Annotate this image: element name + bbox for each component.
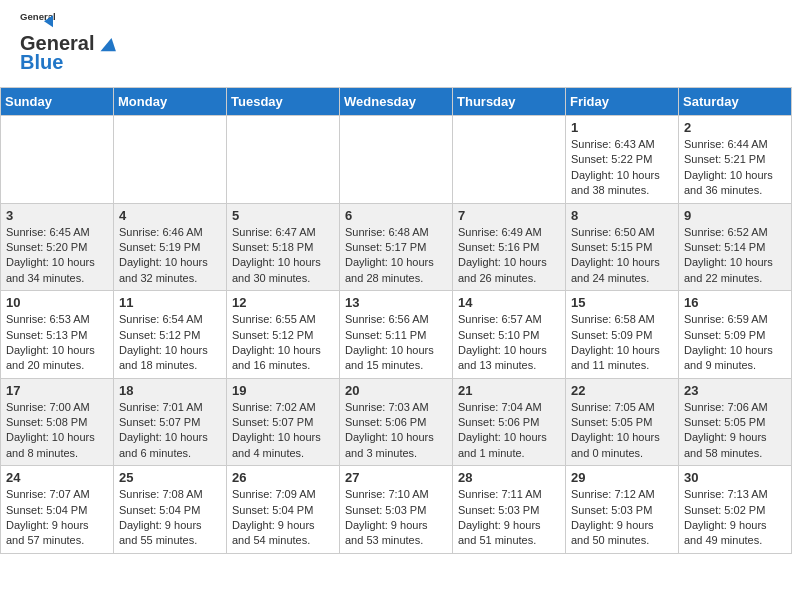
calendar-cell: 11Sunrise: 6:54 AM Sunset: 5:12 PM Dayli…: [114, 291, 227, 379]
day-number: 25: [119, 470, 221, 485]
calendar-cell: [227, 116, 340, 204]
calendar-cell: 17Sunrise: 7:00 AM Sunset: 5:08 PM Dayli…: [1, 378, 114, 466]
day-info: Sunrise: 7:13 AM Sunset: 5:02 PM Dayligh…: [684, 487, 786, 549]
day-info: Sunrise: 6:44 AM Sunset: 5:21 PM Dayligh…: [684, 137, 786, 199]
day-info: Sunrise: 6:48 AM Sunset: 5:17 PM Dayligh…: [345, 225, 447, 287]
day-number: 5: [232, 208, 334, 223]
calendar-cell: 2Sunrise: 6:44 AM Sunset: 5:21 PM Daylig…: [679, 116, 792, 204]
calendar-cell: 9Sunrise: 6:52 AM Sunset: 5:14 PM Daylig…: [679, 203, 792, 291]
day-number: 4: [119, 208, 221, 223]
day-number: 10: [6, 295, 108, 310]
day-info: Sunrise: 6:47 AM Sunset: 5:18 PM Dayligh…: [232, 225, 334, 287]
calendar-cell: 1Sunrise: 6:43 AM Sunset: 5:22 PM Daylig…: [566, 116, 679, 204]
day-info: Sunrise: 7:12 AM Sunset: 5:03 PM Dayligh…: [571, 487, 673, 549]
day-number: 3: [6, 208, 108, 223]
calendar-cell: 3Sunrise: 6:45 AM Sunset: 5:20 PM Daylig…: [1, 203, 114, 291]
day-number: 11: [119, 295, 221, 310]
day-number: 17: [6, 383, 108, 398]
day-number: 2: [684, 120, 786, 135]
day-info: Sunrise: 7:11 AM Sunset: 5:03 PM Dayligh…: [458, 487, 560, 549]
day-info: Sunrise: 7:03 AM Sunset: 5:06 PM Dayligh…: [345, 400, 447, 462]
calendar-cell: 22Sunrise: 7:05 AM Sunset: 5:05 PM Dayli…: [566, 378, 679, 466]
day-info: Sunrise: 7:02 AM Sunset: 5:07 PM Dayligh…: [232, 400, 334, 462]
calendar-cell: 20Sunrise: 7:03 AM Sunset: 5:06 PM Dayli…: [340, 378, 453, 466]
calendar-cell: 19Sunrise: 7:02 AM Sunset: 5:07 PM Dayli…: [227, 378, 340, 466]
calendar-cell: 12Sunrise: 6:55 AM Sunset: 5:12 PM Dayli…: [227, 291, 340, 379]
day-number: 6: [345, 208, 447, 223]
calendar-cell: 21Sunrise: 7:04 AM Sunset: 5:06 PM Dayli…: [453, 378, 566, 466]
day-number: 9: [684, 208, 786, 223]
calendar-cell: [114, 116, 227, 204]
day-info: Sunrise: 6:49 AM Sunset: 5:16 PM Dayligh…: [458, 225, 560, 287]
day-info: Sunrise: 6:55 AM Sunset: 5:12 PM Dayligh…: [232, 312, 334, 374]
day-number: 13: [345, 295, 447, 310]
calendar-cell: 15Sunrise: 6:58 AM Sunset: 5:09 PM Dayli…: [566, 291, 679, 379]
day-number: 22: [571, 383, 673, 398]
day-number: 14: [458, 295, 560, 310]
day-number: 19: [232, 383, 334, 398]
day-info: Sunrise: 6:43 AM Sunset: 5:22 PM Dayligh…: [571, 137, 673, 199]
day-info: Sunrise: 6:59 AM Sunset: 5:09 PM Dayligh…: [684, 312, 786, 374]
day-number: 20: [345, 383, 447, 398]
calendar-cell: 27Sunrise: 7:10 AM Sunset: 5:03 PM Dayli…: [340, 466, 453, 554]
logo: General General Blue: [20, 10, 118, 74]
calendar-cell: 4Sunrise: 6:46 AM Sunset: 5:19 PM Daylig…: [114, 203, 227, 291]
calendar-cell: 23Sunrise: 7:06 AM Sunset: 5:05 PM Dayli…: [679, 378, 792, 466]
day-info: Sunrise: 7:09 AM Sunset: 5:04 PM Dayligh…: [232, 487, 334, 549]
day-number: 23: [684, 383, 786, 398]
calendar-cell: 29Sunrise: 7:12 AM Sunset: 5:03 PM Dayli…: [566, 466, 679, 554]
day-number: 26: [232, 470, 334, 485]
logo-blue: Blue: [20, 51, 63, 74]
day-number: 12: [232, 295, 334, 310]
day-number: 21: [458, 383, 560, 398]
day-number: 27: [345, 470, 447, 485]
calendar-cell: 24Sunrise: 7:07 AM Sunset: 5:04 PM Dayli…: [1, 466, 114, 554]
calendar-cell: 26Sunrise: 7:09 AM Sunset: 5:04 PM Dayli…: [227, 466, 340, 554]
weekday-header-sunday: Sunday: [1, 88, 114, 116]
day-info: Sunrise: 6:45 AM Sunset: 5:20 PM Dayligh…: [6, 225, 108, 287]
day-info: Sunrise: 7:10 AM Sunset: 5:03 PM Dayligh…: [345, 487, 447, 549]
day-number: 16: [684, 295, 786, 310]
day-number: 18: [119, 383, 221, 398]
calendar-cell: 30Sunrise: 7:13 AM Sunset: 5:02 PM Dayli…: [679, 466, 792, 554]
page-header: General General Blue: [0, 0, 792, 79]
day-info: Sunrise: 7:06 AM Sunset: 5:05 PM Dayligh…: [684, 400, 786, 462]
weekday-header-tuesday: Tuesday: [227, 88, 340, 116]
day-number: 29: [571, 470, 673, 485]
day-info: Sunrise: 6:46 AM Sunset: 5:19 PM Dayligh…: [119, 225, 221, 287]
day-number: 15: [571, 295, 673, 310]
calendar-cell: 7Sunrise: 6:49 AM Sunset: 5:16 PM Daylig…: [453, 203, 566, 291]
weekday-header-monday: Monday: [114, 88, 227, 116]
day-info: Sunrise: 7:01 AM Sunset: 5:07 PM Dayligh…: [119, 400, 221, 462]
calendar-cell: [340, 116, 453, 204]
day-info: Sunrise: 6:52 AM Sunset: 5:14 PM Dayligh…: [684, 225, 786, 287]
calendar-cell: 28Sunrise: 7:11 AM Sunset: 5:03 PM Dayli…: [453, 466, 566, 554]
day-info: Sunrise: 7:00 AM Sunset: 5:08 PM Dayligh…: [6, 400, 108, 462]
svg-marker-2: [101, 37, 116, 50]
calendar-cell: 10Sunrise: 6:53 AM Sunset: 5:13 PM Dayli…: [1, 291, 114, 379]
day-number: 28: [458, 470, 560, 485]
day-number: 24: [6, 470, 108, 485]
weekday-header-wednesday: Wednesday: [340, 88, 453, 116]
weekday-header-thursday: Thursday: [453, 88, 566, 116]
day-info: Sunrise: 6:57 AM Sunset: 5:10 PM Dayligh…: [458, 312, 560, 374]
weekday-header-saturday: Saturday: [679, 88, 792, 116]
day-info: Sunrise: 6:56 AM Sunset: 5:11 PM Dayligh…: [345, 312, 447, 374]
day-info: Sunrise: 6:54 AM Sunset: 5:12 PM Dayligh…: [119, 312, 221, 374]
calendar-cell: 13Sunrise: 6:56 AM Sunset: 5:11 PM Dayli…: [340, 291, 453, 379]
calendar-table: SundayMondayTuesdayWednesdayThursdayFrid…: [0, 87, 792, 554]
weekday-header-friday: Friday: [566, 88, 679, 116]
calendar-cell: 8Sunrise: 6:50 AM Sunset: 5:15 PM Daylig…: [566, 203, 679, 291]
day-info: Sunrise: 7:05 AM Sunset: 5:05 PM Dayligh…: [571, 400, 673, 462]
day-number: 30: [684, 470, 786, 485]
day-info: Sunrise: 7:08 AM Sunset: 5:04 PM Dayligh…: [119, 487, 221, 549]
calendar-cell: 18Sunrise: 7:01 AM Sunset: 5:07 PM Dayli…: [114, 378, 227, 466]
day-number: 7: [458, 208, 560, 223]
day-number: 1: [571, 120, 673, 135]
day-number: 8: [571, 208, 673, 223]
day-info: Sunrise: 7:07 AM Sunset: 5:04 PM Dayligh…: [6, 487, 108, 549]
calendar-cell: 25Sunrise: 7:08 AM Sunset: 5:04 PM Dayli…: [114, 466, 227, 554]
calendar-cell: 14Sunrise: 6:57 AM Sunset: 5:10 PM Dayli…: [453, 291, 566, 379]
day-info: Sunrise: 6:50 AM Sunset: 5:15 PM Dayligh…: [571, 225, 673, 287]
day-info: Sunrise: 6:58 AM Sunset: 5:09 PM Dayligh…: [571, 312, 673, 374]
